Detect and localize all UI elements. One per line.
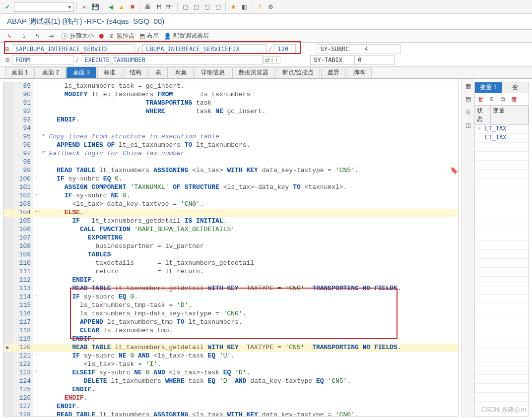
fold-gutter[interactable]: -	[33, 352, 40, 360]
find-next-icon[interactable]: Ħ⁺	[165, 2, 174, 11]
page3-icon[interactable]: ▢	[213, 2, 222, 11]
breakpoint-gutter[interactable]	[3, 108, 12, 116]
breakpoint-gutter[interactable]	[3, 158, 12, 167]
var-tab-1[interactable]: 变量 1	[475, 82, 502, 93]
code-line[interactable]: ELSEIF sy-subrc NE 0 AND <ls_tax>-task E…	[40, 369, 458, 377]
tab-11[interactable]: 脚本	[347, 67, 372, 78]
variable-row-empty[interactable]	[475, 393, 529, 402]
code-line[interactable]: CALL FUNCTION 'BAPI_BUPA_TAX_GETDETAILS'	[40, 226, 458, 234]
info-icon[interactable]: i	[272, 56, 280, 64]
code-line[interactable]: <ls_tax>-data_key-taxtype = 'CN0'.	[40, 200, 458, 209]
step-size-item[interactable]: 🕓 步骤大小	[61, 32, 94, 40]
code-line[interactable]: IF lt_taxnumbers_getdetail IS INITIAL.	[40, 217, 458, 226]
fold-gutter[interactable]: -	[33, 209, 40, 217]
code-line[interactable]: * Copy lines from structure to execution…	[40, 133, 458, 141]
fold-gutter[interactable]	[33, 91, 40, 99]
breakpoint-gutter[interactable]	[3, 301, 12, 310]
code-line[interactable]: READ TABLE lt_taxnumbers ASSIGNING <ls_t…	[40, 411, 458, 416]
settings-icon[interactable]: ⚙	[266, 2, 275, 11]
fold-gutter[interactable]: -	[33, 175, 40, 183]
fold-gutter[interactable]	[33, 268, 40, 276]
layout-item[interactable]: ▤ 布局	[139, 32, 159, 40]
code-line[interactable]: READ TABLE lt_taxnumbers_getdetail WITH …	[40, 344, 458, 352]
code-line[interactable]: <ls_tax>-task = 'I'.	[40, 360, 458, 369]
find-icon[interactable]: Ħ	[154, 2, 163, 11]
fold-gutter[interactable]	[33, 377, 40, 386]
breakpoint-gutter[interactable]	[3, 116, 12, 124]
variable-row-empty[interactable]	[475, 196, 529, 205]
fold-gutter[interactable]	[33, 82, 40, 91]
variable-row[interactable]: ⚡LT_TAX	[475, 125, 529, 134]
toggle-1-icon[interactable]: ▦	[464, 82, 473, 91]
variable-row-empty[interactable]	[475, 268, 529, 277]
tab-6[interactable]: 对象	[169, 67, 194, 78]
fold-gutter[interactable]	[33, 242, 40, 251]
code-line[interactable]: ENDIF.	[40, 386, 458, 394]
step-out-icon[interactable]: ↰	[33, 32, 42, 41]
breakpoint-gutter[interactable]: ▶	[3, 344, 12, 352]
fold-gutter[interactable]	[33, 360, 40, 369]
var-table-icon[interactable]: ▦	[509, 95, 518, 104]
variable-row-empty[interactable]	[475, 357, 529, 366]
code-line[interactable]: APPEND LINES OF lt_ei_taxnumbers TO lt_t…	[40, 141, 458, 150]
breakpoint-gutter[interactable]	[3, 200, 12, 209]
variable-row-empty[interactable]	[475, 384, 529, 393]
variable-row-empty[interactable]	[475, 161, 529, 170]
code-line[interactable]: ENDIF.	[40, 276, 458, 285]
help-icon[interactable]: ?	[255, 2, 264, 11]
code-line[interactable]: IF sy-subrc EQ 0.	[40, 175, 458, 183]
page2-icon[interactable]: ▢	[202, 2, 211, 11]
variable-row-empty[interactable]	[475, 366, 529, 375]
variable-row-empty[interactable]	[475, 321, 529, 330]
variable-row-empty[interactable]	[475, 330, 529, 339]
variable-row-empty[interactable]	[475, 205, 529, 214]
fold-gutter[interactable]	[33, 386, 40, 394]
variable-row-empty[interactable]	[475, 312, 529, 321]
variable-row-empty[interactable]	[475, 241, 529, 250]
breakpoint-gutter[interactable]	[3, 327, 12, 335]
back-icon[interactable]: ◀	[106, 2, 115, 11]
code-line[interactable]: IF sy-subrc NE 0.	[40, 192, 458, 200]
var-delete-icon[interactable]: 🗑	[476, 95, 485, 104]
fold-gutter[interactable]	[33, 150, 40, 158]
variable-row-empty[interactable]	[475, 295, 529, 303]
tab-10[interactable]: 差异	[321, 67, 346, 78]
code-line[interactable]: TABLES	[40, 251, 458, 259]
fold-gutter[interactable]	[33, 200, 40, 209]
breakpoint-gutter[interactable]	[3, 167, 12, 175]
breakpoint-gutter[interactable]	[3, 335, 12, 344]
breakpoint-gutter[interactable]	[3, 360, 12, 369]
code-line[interactable]: ASSIGN COMPONENT 'TAXNUMXL' OF STRUCTURE…	[40, 183, 458, 192]
fold-gutter[interactable]	[33, 411, 40, 416]
breakpoint-gutter[interactable]	[3, 276, 12, 285]
toggle-4-icon[interactable]: ◫	[464, 120, 473, 129]
code-line[interactable]: ls_taxnumbers-task = gc_insert.	[40, 82, 458, 91]
first-icon[interactable]: «	[80, 2, 89, 11]
fold-gutter[interactable]: -	[33, 192, 40, 200]
variable-row-empty[interactable]	[475, 303, 529, 312]
fold-gutter[interactable]	[33, 310, 40, 318]
variable-row-empty[interactable]	[475, 187, 529, 196]
code-line[interactable]: READ TABLE lt_taxnumbers_getdetail WITH …	[40, 285, 458, 293]
code-line[interactable]: return = lt_return.	[40, 268, 458, 276]
code-line[interactable]: ENDIF.	[40, 335, 458, 344]
save-icon[interactable]: 💾	[91, 2, 100, 11]
breakpoint-gutter[interactable]	[3, 192, 12, 200]
fold-gutter[interactable]	[33, 116, 40, 124]
event-type-field[interactable]: FORM	[12, 55, 73, 65]
breakpoint-gutter[interactable]	[3, 209, 12, 217]
breakpoint-gutter[interactable]	[3, 234, 12, 242]
variable-row-empty[interactable]	[475, 402, 529, 411]
fold-gutter[interactable]	[33, 259, 40, 268]
code-line[interactable]: ls_taxnumbers_tmp-data_key-taxtype = 'CN…	[40, 310, 458, 318]
code-line[interactable]: EXPORTING	[40, 234, 458, 242]
breakpoint-gutter[interactable]	[3, 99, 12, 108]
tab-3[interactable]: 标准	[97, 67, 122, 78]
breakpoint-gutter[interactable]	[3, 124, 12, 133]
program-field[interactable]: SAPLBUPA_INTERFACE_SERVICE	[12, 44, 135, 54]
fold-gutter[interactable]	[33, 251, 40, 259]
breakpoint-gutter[interactable]	[3, 268, 12, 276]
code-line[interactable]: ELSE.	[40, 209, 458, 217]
fold-gutter[interactable]	[33, 133, 40, 141]
fold-gutter[interactable]: -	[33, 369, 40, 377]
